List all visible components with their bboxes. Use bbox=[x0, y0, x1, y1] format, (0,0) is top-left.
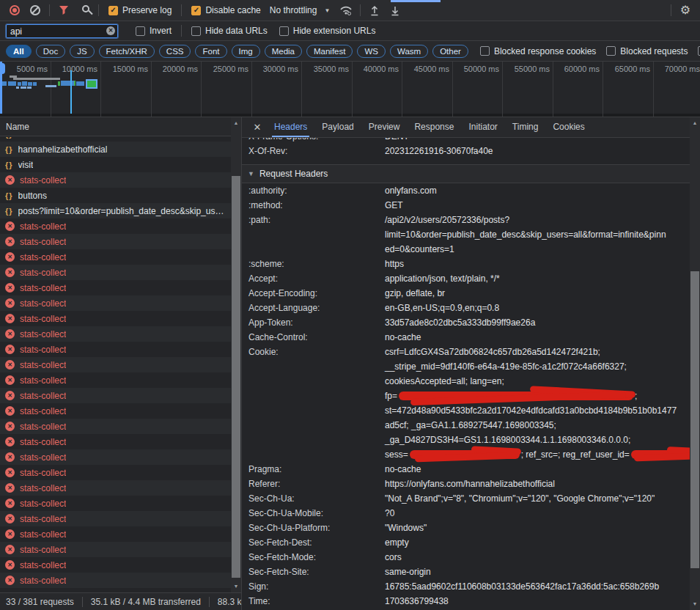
request-name: stats-collect bbox=[20, 345, 66, 355]
scroll-up-icon[interactable]: ▲ bbox=[231, 119, 241, 128]
hide-data-urls-checkbox[interactable]: Hide data URLs bbox=[191, 26, 268, 36]
request-row[interactable]: ✕stats-collect bbox=[0, 511, 231, 526]
request-row[interactable]: ✕stats-collect bbox=[0, 434, 231, 449]
request-row[interactable]: ✕stats-collect bbox=[0, 573, 231, 588]
toolbar-separator bbox=[181, 25, 182, 37]
record-button[interactable] bbox=[4, 1, 25, 20]
type-filter-pill[interactable]: Font bbox=[195, 45, 226, 58]
scrollbar-thumb[interactable] bbox=[232, 176, 240, 578]
request-row[interactable]: ✕stats-collect bbox=[0, 280, 231, 295]
redaction-scribble bbox=[631, 450, 690, 459]
request-row[interactable]: ✕stats-collect bbox=[0, 388, 231, 403]
overview-selection-knob[interactable] bbox=[0, 63, 5, 74]
waterfall-bar bbox=[18, 82, 21, 86]
request-row[interactable]: ✕stats-collect bbox=[0, 342, 231, 357]
timeline-gridline bbox=[553, 62, 553, 117]
clear-filter-icon[interactable]: ✕ bbox=[106, 26, 115, 35]
overview-bottom-strip bbox=[0, 114, 700, 117]
invert-checkbox[interactable]: Invert bbox=[136, 26, 172, 36]
disable-cache-checkbox[interactable]: ✓ Disable cache bbox=[191, 5, 260, 15]
request-headers-section-header[interactable]: ▼ Request Headers bbox=[242, 164, 690, 183]
request-row[interactable]: ✕stats-collect bbox=[0, 357, 231, 372]
request-row[interactable]: ✕stats-collect bbox=[0, 311, 231, 326]
request-row[interactable]: ✕stats-collect bbox=[0, 496, 231, 511]
detail-tab-initiator[interactable]: Initiator bbox=[461, 117, 504, 137]
record-icon bbox=[10, 5, 20, 15]
request-row[interactable]: ✕stats-collect bbox=[0, 526, 231, 542]
detail-tab-response[interactable]: Response bbox=[407, 117, 461, 137]
request-row[interactable]: {}posts?limit=10&order=publish_date_desc… bbox=[0, 203, 231, 218]
scroll-down-icon[interactable]: ▼ bbox=[231, 582, 241, 591]
request-row[interactable]: {}hannahelizabethofficial bbox=[0, 142, 231, 157]
type-filter-pill[interactable]: Wasm bbox=[390, 45, 428, 58]
request-row[interactable]: {}buttons bbox=[0, 188, 231, 203]
header-key: Sec-Fetch-Mode: bbox=[242, 550, 385, 565]
request-name: stats-collect bbox=[20, 391, 66, 401]
type-filter-pill[interactable]: Img bbox=[232, 45, 260, 58]
type-filter-pill[interactable]: Manifest bbox=[306, 45, 353, 58]
timeline-tick-label: 50000 ms bbox=[464, 65, 502, 73]
network-conditions-button[interactable] bbox=[336, 1, 356, 20]
section-title: Request Headers bbox=[259, 169, 328, 179]
waterfall-bar bbox=[22, 81, 27, 86]
error-icon: ✕ bbox=[5, 529, 15, 539]
header-value: gzip, deflate, br bbox=[385, 286, 445, 301]
json-braces-icon: {} bbox=[5, 191, 13, 200]
scrollbar-thumb[interactable] bbox=[690, 271, 699, 568]
request-row[interactable]: ✕stats-collect bbox=[0, 542, 231, 557]
settings-button[interactable]: ⚙ bbox=[675, 1, 696, 20]
request-row[interactable]: ✕stats-collect bbox=[0, 234, 231, 249]
request-row[interactable]: ✕stats-collect bbox=[0, 249, 231, 265]
close-detail-button[interactable]: ✕ bbox=[248, 122, 267, 133]
preserve-log-checkbox[interactable]: ✓ Preserve log bbox=[108, 5, 172, 15]
export-har-button[interactable] bbox=[385, 1, 405, 20]
request-row[interactable]: ✕stats-collect bbox=[0, 403, 231, 419]
name-column-header[interactable]: Name bbox=[0, 117, 241, 136]
filter-toggle-button[interactable] bbox=[54, 1, 74, 20]
request-row[interactable]: ✕stats-collect bbox=[0, 265, 231, 280]
detail-tab-preview[interactable]: Preview bbox=[361, 117, 408, 137]
type-filter-pill[interactable]: WS bbox=[357, 45, 386, 58]
search-button[interactable] bbox=[74, 1, 95, 20]
detail-tab-cookies[interactable]: Cookies bbox=[545, 117, 592, 137]
filter-input[interactable] bbox=[6, 24, 118, 38]
filter-funnel-icon bbox=[59, 6, 69, 15]
redaction-scribble bbox=[399, 392, 633, 400]
request-row[interactable]: ✕stats-collect bbox=[0, 295, 231, 311]
request-row[interactable]: ✕stats-collect bbox=[0, 326, 231, 342]
blocked-response-cookies-checkbox[interactable]: Blocked response cookies bbox=[480, 46, 596, 56]
detail-tab-timing[interactable]: Timing bbox=[505, 117, 546, 137]
hide-extension-urls-checkbox[interactable]: Hide extension URLs bbox=[279, 26, 376, 36]
header-value: 16785:5aad9602cf110608b03133de563642fac1… bbox=[385, 579, 659, 594]
request-row[interactable]: ✕stats-collect bbox=[0, 449, 231, 465]
detail-tab-headers[interactable]: Headers bbox=[267, 117, 314, 137]
request-row[interactable]: ✕stats-collect bbox=[0, 480, 231, 496]
import-har-button[interactable] bbox=[364, 1, 385, 20]
type-filter-pill[interactable]: All bbox=[6, 45, 32, 58]
request-row[interactable]: ✕stats-collect bbox=[0, 419, 231, 434]
type-filter-pill[interactable]: Fetch/XHR bbox=[99, 45, 155, 58]
type-filter-pill[interactable]: Doc bbox=[36, 45, 65, 58]
request-list-scrollbar[interactable]: ▲ ▼ bbox=[231, 117, 241, 592]
type-filter-pill[interactable]: CSS bbox=[159, 45, 191, 58]
disclosure-triangle-icon: ▼ bbox=[248, 170, 254, 177]
clear-button[interactable] bbox=[25, 1, 45, 20]
request-row[interactable]: ✕stats-collect bbox=[0, 465, 231, 480]
type-filter-pill[interactable]: Other bbox=[432, 45, 468, 58]
scroll-down-icon[interactable]: ▼ bbox=[690, 600, 700, 609]
detail-tab-payload[interactable]: Payload bbox=[314, 117, 361, 137]
scroll-up-icon[interactable]: ▲ bbox=[690, 119, 700, 128]
import-upload-icon bbox=[369, 5, 380, 16]
request-row[interactable]: ✕stats-collect bbox=[0, 557, 231, 573]
request-row[interactable]: ✕stats-collect bbox=[0, 172, 231, 188]
type-filter-pill[interactable]: Media bbox=[265, 45, 302, 58]
type-filter-pill[interactable]: JS bbox=[70, 45, 94, 58]
request-row[interactable]: ✕stats-collect bbox=[0, 218, 231, 234]
detail-scrollbar[interactable]: ▲ ▼ bbox=[690, 117, 700, 610]
request-row[interactable]: {}visit bbox=[0, 157, 231, 172]
network-status-bar: 33 / 381 requests 35.1 kB / 4.4 MB trans… bbox=[0, 592, 241, 610]
request-row[interactable]: ✕stats-collect bbox=[0, 372, 231, 388]
blocked-requests-checkbox[interactable]: Blocked requests bbox=[606, 46, 688, 56]
throttling-dropdown[interactable]: No throttling ▼ bbox=[270, 5, 331, 15]
network-overview-timeline[interactable]: 5000 ms10000 ms15000 ms20000 ms25000 ms3… bbox=[0, 62, 700, 117]
